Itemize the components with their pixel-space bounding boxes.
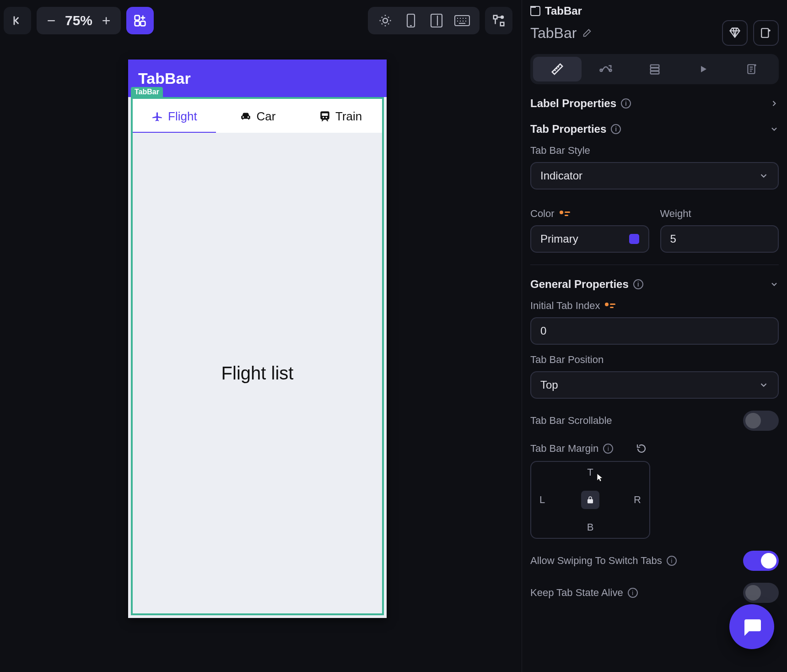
breadcrumb[interactable]: TabBar [530, 5, 779, 17]
pro-button[interactable] [722, 20, 748, 46]
toggle-label: Keep Tab State Alive [530, 587, 623, 599]
svg-rect-10 [761, 28, 768, 38]
ruler-icon [550, 62, 564, 76]
breadcrumb-label: TabBar [545, 5, 582, 17]
field-label-weight: Weight [660, 208, 779, 220]
add-panel-button[interactable] [753, 20, 779, 46]
field-label-text: Tab Bar Margin [530, 443, 598, 455]
chevron-down-icon [770, 125, 779, 134]
add-widget-icon [133, 14, 147, 27]
field-label-color: Color [530, 208, 649, 220]
svg-point-3 [383, 18, 388, 23]
keep-alive-toggle[interactable] [743, 583, 779, 603]
mode-tab-actions[interactable] [582, 57, 630, 81]
info-icon[interactable]: i [633, 279, 643, 289]
canvas-area[interactable]: TabBar TabBar Flight Car Train Flight li… [0, 46, 515, 668]
zoom-value: 75% [62, 13, 95, 28]
edit-name-button[interactable] [582, 28, 592, 38]
weight-input[interactable]: 5 [660, 225, 779, 253]
chevron-down-icon [770, 280, 779, 289]
scrollable-toggle[interactable] [743, 411, 779, 431]
chevron-down-icon [759, 380, 769, 390]
light-mode-button[interactable] [377, 12, 394, 29]
selection-tag[interactable]: TabBar [131, 87, 163, 97]
variable-icon[interactable] [604, 302, 616, 309]
tablet-icon [430, 13, 443, 28]
device-preview[interactable]: TabBar TabBar Flight Car Train Flight li… [128, 60, 387, 618]
field-label-initial-index: Initial Tab Index [530, 300, 779, 312]
mode-tab-docs[interactable] [728, 57, 776, 81]
keyboard-button[interactable] [454, 12, 470, 29]
widget-type-icon [530, 6, 540, 16]
zoom-in-button[interactable]: + [95, 12, 117, 29]
panel-mode-tabs [530, 54, 779, 84]
scrollable-row: Tab Bar Scrollable [530, 411, 779, 431]
constraints-button[interactable] [485, 7, 512, 34]
info-icon[interactable]: i [621, 98, 631, 108]
color-select[interactable]: Primary [530, 225, 649, 253]
document-add-icon [746, 63, 758, 76]
svg-rect-19 [565, 215, 568, 216]
svg-rect-5 [431, 14, 442, 27]
preview-tab-row: Flight Car Train [133, 99, 382, 134]
margin-editor[interactable]: T L R B [530, 461, 650, 539]
field-label-position: Tab Bar Position [530, 354, 779, 366]
section-title: Label Properties [530, 97, 616, 110]
phone-preview-button[interactable] [403, 12, 419, 29]
select-value: Indicator [540, 169, 582, 182]
margin-right-input[interactable]: R [634, 494, 641, 506]
mode-tab-animate[interactable] [679, 57, 728, 81]
mode-tab-style[interactable] [533, 57, 582, 81]
svg-rect-0 [135, 16, 140, 20]
toggle-label: Tab Bar Scrollable [530, 415, 612, 427]
svg-rect-2 [140, 21, 145, 26]
margin-bottom-input[interactable]: B [587, 521, 594, 533]
car-icon [239, 110, 252, 122]
preview-tab-train[interactable]: Train [299, 99, 382, 134]
margin-lock-button[interactable] [581, 491, 599, 509]
info-icon[interactable]: i [628, 588, 638, 598]
lock-icon [586, 495, 594, 504]
add-widget-button[interactable] [126, 7, 154, 34]
color-value: Primary [540, 233, 578, 245]
zoom-control: − 75% + [37, 7, 121, 34]
section-title: Tab Properties [530, 123, 606, 135]
preview-tab-flight[interactable]: Flight [133, 99, 216, 134]
properties-panel: TabBar TabBar Label Properti [522, 0, 787, 672]
actions-icon [599, 62, 613, 76]
chat-fab[interactable] [729, 604, 774, 649]
info-icon[interactable]: i [603, 444, 613, 454]
tab-bar-style-select[interactable]: Indicator [530, 162, 779, 190]
allow-swipe-toggle[interactable] [743, 551, 779, 571]
preview-tab-body: Flight list [133, 133, 382, 613]
preview-appbar: TabBar [128, 60, 387, 97]
field-label-margin: Tab Bar Margin i [530, 443, 779, 455]
mode-tab-backend[interactable] [630, 57, 679, 81]
margin-left-input[interactable]: L [539, 494, 545, 506]
section-title: General Properties [530, 278, 629, 291]
preview-body-text: Flight list [221, 363, 294, 384]
tablet-preview-button[interactable] [428, 12, 445, 29]
preview-appbar-title: TabBar [138, 70, 191, 87]
info-icon[interactable]: i [611, 124, 621, 134]
preview-tab-car[interactable]: Car [216, 99, 299, 134]
position-select[interactable]: Top [530, 371, 779, 399]
margin-top-input[interactable]: T [587, 466, 593, 478]
variable-icon[interactable] [559, 210, 571, 217]
section-general-properties[interactable]: General Properties i [530, 278, 779, 291]
section-label-properties[interactable]: Label Properties i [530, 97, 779, 110]
initial-index-input[interactable]: 0 [530, 317, 779, 345]
zoom-out-button[interactable]: − [40, 12, 62, 29]
section-tab-properties[interactable]: Tab Properties i [530, 123, 779, 135]
svg-rect-15 [650, 71, 659, 74]
constraints-icon [492, 14, 506, 27]
collapse-left-icon [11, 14, 24, 27]
preview-tab-label: Train [335, 109, 362, 124]
info-icon[interactable]: i [667, 556, 677, 566]
collapse-left-button[interactable] [4, 7, 31, 34]
database-icon [648, 63, 661, 76]
reset-margin-button[interactable] [636, 443, 647, 454]
allow-swipe-row: Allow Swiping To Switch Tabs i [530, 551, 779, 571]
svg-rect-8 [501, 22, 504, 26]
preview-tab-label: Flight [168, 109, 197, 124]
